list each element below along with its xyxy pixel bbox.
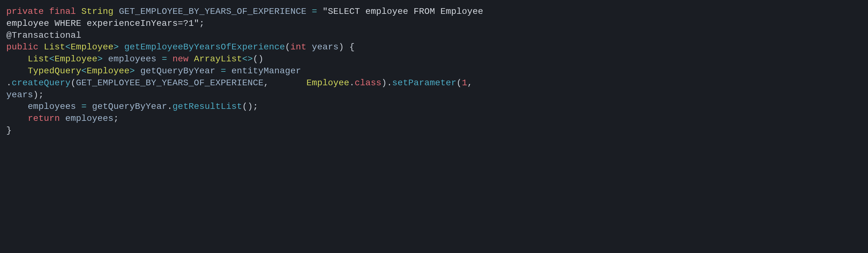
keyword-private: private [6, 7, 44, 16]
comma-2: , [467, 78, 472, 88]
method-setparameter: setParameter [392, 78, 456, 88]
paren-close-2: ) [258, 54, 264, 64]
arg-years: years [6, 90, 33, 100]
paren-close-5: ) [247, 102, 253, 111]
type-list: List [44, 42, 65, 52]
paren-open-3: ( [71, 78, 76, 88]
paren-open-4: ( [456, 78, 462, 88]
type-employee: Employee [71, 42, 114, 52]
type-employee-2: Employee [55, 54, 97, 64]
method-getresultlist: getResultList [173, 102, 242, 111]
paren-open: ( [285, 42, 290, 52]
brace-close: } [6, 125, 12, 135]
paren-close-4: ) [33, 90, 38, 100]
string-literal-line2: employee WHERE experienceInYears=?1" [6, 19, 199, 28]
type-list-2: List [28, 54, 49, 64]
code-block: private final String GET_EMPLOYEE_BY_YEA… [0, 0, 868, 142]
diamond: <> [242, 54, 253, 64]
dot-4: . [167, 102, 173, 111]
paren-open-5: ( [242, 102, 247, 111]
keyword-return: return [28, 114, 60, 123]
op-lt: < [65, 42, 71, 52]
dot: . [6, 78, 12, 88]
op-gt-3: > [129, 66, 135, 76]
op-eq-4: = [81, 102, 87, 111]
number-1: 1 [462, 78, 467, 88]
var-employees-2: employees [28, 102, 76, 111]
comma: , [264, 78, 269, 88]
dot-2: . [349, 78, 354, 88]
op-lt-2: < [49, 54, 55, 64]
semicolon-2: ; [38, 90, 44, 100]
op-eq-2: = [162, 54, 167, 64]
keyword-new: new [173, 54, 188, 64]
semicolon-3: ; [253, 102, 258, 111]
semicolon-4: ; [114, 114, 119, 123]
op-eq-3: = [221, 66, 226, 76]
var-entitymanager: entityManager [231, 66, 301, 76]
type-employee-3: Employee [87, 66, 129, 76]
var-employees-3: employees [65, 114, 114, 123]
keyword-class: class [354, 78, 381, 88]
keyword-final: final [49, 7, 76, 16]
paren-close: ) [339, 42, 344, 52]
method-createquery: createQuery [12, 78, 71, 88]
type-string: String [81, 7, 114, 16]
type-typedquery: TypedQuery [28, 66, 81, 76]
semicolon: ; [199, 19, 205, 28]
brace-open: { [349, 42, 354, 52]
string-literal-line1: "SELECT employee FROM Employee [322, 7, 489, 16]
var-getquerybyyear: getQueryByYear [140, 66, 215, 76]
paren-close-3: ) [381, 78, 387, 88]
dot-3: . [387, 78, 392, 88]
var-employees: employees [108, 54, 156, 64]
paren-open-2: ( [253, 54, 258, 64]
operator-eq: = [312, 7, 317, 16]
keyword-int: int [290, 42, 306, 52]
type-arraylist: ArrayList [194, 54, 242, 64]
var-getquerybyyear-2: getQueryByYear [92, 102, 167, 111]
const-ref: GET_EMPLOYEE_BY_YEARS_OF_EXPERIENCE [76, 78, 264, 88]
param-years: years [312, 42, 339, 52]
annotation-transactional: @Transactional [6, 31, 81, 40]
type-employee-4: Employee [306, 78, 349, 88]
op-gt-2: > [97, 54, 103, 64]
keyword-public: public [6, 42, 38, 52]
constant-name: GET_EMPLOYEE_BY_YEARS_OF_EXPERIENCE [119, 7, 306, 16]
op-lt-3: < [81, 66, 87, 76]
method-name: getEmployeeByYearsOfExperience [124, 42, 285, 52]
op-gt: > [114, 42, 119, 52]
